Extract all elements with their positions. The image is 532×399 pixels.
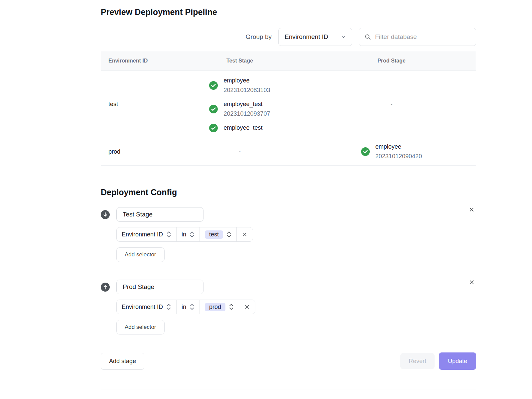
unfold-icon bbox=[166, 230, 171, 238]
group-by-select[interactable]: Environment ID bbox=[278, 28, 352, 46]
selector-value-select[interactable]: prod bbox=[200, 300, 239, 314]
success-check-icon bbox=[209, 81, 218, 90]
update-button[interactable]: Update bbox=[439, 352, 476, 370]
selector-operator-label: in bbox=[182, 304, 186, 311]
chevron-down-icon bbox=[340, 34, 346, 40]
arrow-down-circle-icon bbox=[101, 210, 110, 219]
selector-key-label: Environment ID bbox=[122, 231, 163, 238]
selector-value-tag: test bbox=[205, 230, 223, 239]
database-schema-version: 20231012083103 bbox=[223, 85, 270, 95]
column-header-environment-id: Environment ID bbox=[101, 58, 172, 64]
pipeline-table-header: Environment ID Test Stage Prod Stage bbox=[101, 51, 476, 71]
add-selector-button[interactable]: Add selector bbox=[116, 247, 165, 262]
add-stage-button[interactable]: Add stage bbox=[101, 353, 144, 370]
deployment-config-title: Deployment Config bbox=[101, 188, 476, 197]
group-by-value: Environment ID bbox=[285, 33, 328, 41]
column-header-prod-stage: Prod Stage bbox=[307, 58, 476, 64]
unfold-icon bbox=[229, 303, 234, 311]
table-row-prod: prod - employee 20231012090420 bbox=[101, 138, 476, 165]
empty-stage-placeholder: - bbox=[239, 148, 241, 155]
test-stage-database-list: employee 20231012083103 employee_test 20… bbox=[209, 76, 270, 133]
unfold-icon bbox=[190, 230, 195, 238]
database-item[interactable]: employee_test bbox=[209, 123, 270, 133]
stage-name-input[interactable] bbox=[116, 207, 203, 222]
unfold-icon bbox=[166, 303, 171, 311]
selector-operator-label: in bbox=[182, 231, 186, 238]
environment-label: test bbox=[108, 101, 118, 107]
selector-value-tag: prod bbox=[205, 303, 225, 311]
remove-stage-button[interactable] bbox=[467, 278, 476, 287]
database-schema-version: 20231012090420 bbox=[375, 152, 422, 161]
database-item[interactable]: employee 20231012083103 bbox=[209, 76, 270, 95]
database-item[interactable]: employee_test 20231012093707 bbox=[209, 99, 270, 119]
remove-selector-button[interactable] bbox=[239, 300, 255, 314]
page-title: Preview Deployment Pipeline bbox=[101, 7, 476, 17]
page: Preview Deployment Pipeline Group by Env… bbox=[0, 0, 532, 399]
selector-value-select[interactable]: test bbox=[200, 227, 236, 241]
success-check-icon bbox=[361, 147, 370, 156]
arrow-up-circle-icon bbox=[101, 283, 110, 292]
database-name: employee bbox=[375, 142, 422, 152]
database-name: employee_test bbox=[223, 99, 270, 109]
database-name: employee bbox=[223, 76, 270, 85]
stage-name-input[interactable] bbox=[116, 280, 203, 294]
selector-operator-select[interactable]: in bbox=[177, 227, 200, 241]
bottom-divider bbox=[101, 389, 476, 389]
selector-rule: Environment ID in prod bbox=[116, 300, 255, 314]
selector-key-select[interactable]: Environment ID bbox=[117, 300, 177, 314]
stage-section-prod: Environment ID in prod bbox=[101, 271, 476, 343]
prod-stage-database-list: employee 20231012090420 bbox=[361, 142, 422, 161]
empty-stage-placeholder: - bbox=[390, 101, 392, 107]
revert-button[interactable]: Revert bbox=[400, 353, 435, 369]
filter-database-box bbox=[359, 28, 476, 46]
add-selector-button[interactable]: Add selector bbox=[116, 320, 165, 334]
database-schema-version: 20231012093707 bbox=[223, 109, 270, 119]
selector-rule: Environment ID in test bbox=[116, 227, 253, 242]
unfold-icon bbox=[226, 230, 231, 238]
stage-section-test: Environment ID in test bbox=[101, 207, 476, 271]
table-row-test: test employee 20231012083103 bbox=[101, 71, 476, 138]
toolbar: Group by Environment ID bbox=[101, 28, 476, 46]
selector-operator-select[interactable]: in bbox=[177, 300, 200, 314]
pipeline-table: Environment ID Test Stage Prod Stage tes… bbox=[101, 51, 476, 166]
remove-selector-button[interactable] bbox=[236, 227, 253, 241]
selector-key-label: Environment ID bbox=[122, 304, 163, 311]
selector-key-select[interactable]: Environment ID bbox=[117, 227, 177, 241]
environment-label: prod bbox=[108, 148, 120, 155]
group-by-label: Group by bbox=[246, 33, 272, 41]
search-icon bbox=[364, 34, 371, 40]
footer-actions: Add stage Revert Update bbox=[101, 352, 476, 370]
success-check-icon bbox=[209, 105, 218, 113]
column-header-test-stage: Test Stage bbox=[172, 58, 307, 64]
filter-database-input[interactable] bbox=[375, 33, 470, 41]
database-item[interactable]: employee 20231012090420 bbox=[361, 142, 422, 161]
database-name: employee_test bbox=[223, 123, 262, 133]
success-check-icon bbox=[209, 124, 218, 132]
unfold-icon bbox=[190, 303, 195, 311]
remove-stage-button[interactable] bbox=[467, 205, 476, 214]
